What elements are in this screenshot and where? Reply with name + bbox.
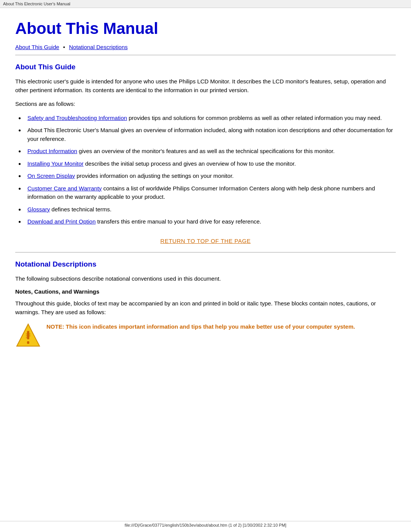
list-link-download[interactable]: Download and Print Option <box>27 218 96 225</box>
nav-link-about-guide[interactable]: About This Guide <box>15 44 59 50</box>
nav-link-notational[interactable]: Notational Descriptions <box>69 44 127 50</box>
section-divider-2 <box>15 252 396 252</box>
section1-intro2: Sections are as follows: <box>15 100 396 109</box>
list-item: On Screen Display provides information o… <box>26 172 396 181</box>
svg-rect-2 <box>27 341 29 344</box>
note-text: NOTE: This icon indicates important info… <box>46 323 355 331</box>
footer-bar: file:///D|/Grace/03771/english/150b3ev/a… <box>0 521 411 529</box>
browser-title-bar: About This Electronic User's Manual <box>0 0 411 8</box>
nav-separator: • <box>63 44 65 50</box>
section-notational: Notational Descriptions The following su… <box>15 260 396 349</box>
section1-list: Safety and Troubleshooting Information p… <box>26 114 396 226</box>
list-item: Glossary defines technical terms. <box>26 205 396 214</box>
section2-heading: Notational Descriptions <box>15 260 396 268</box>
note-icon <box>15 323 41 348</box>
footer-path: file:///D|/Grace/03771/english/150b3ev/a… <box>125 523 287 527</box>
nav-links: About This Guide • Notational Descriptio… <box>15 44 396 50</box>
list-item: Download and Print Option transfers this… <box>26 217 396 226</box>
section2-sub-heading: Notes, Cautions, and Warnings <box>15 288 396 295</box>
section2-intro: The following subsections describe notat… <box>15 275 396 283</box>
list-item: Installing Your Monitor describes the in… <box>26 160 396 168</box>
section-divider-1 <box>15 55 396 55</box>
list-link-osd[interactable]: On Screen Display <box>27 173 75 179</box>
section-about-guide: About This Guide This electronic user's … <box>15 63 396 244</box>
browser-title-text: About This Electronic User's Manual <box>3 2 70 6</box>
page-title: About This Manual <box>15 19 396 38</box>
list-link-glossary[interactable]: Glossary <box>27 206 50 212</box>
list-item: Product Information gives an overview of… <box>26 147 396 156</box>
page-content: About This Manual About This Guide • Not… <box>0 8 411 371</box>
return-to-top: RETURN TO TOP OF THE PAGE <box>15 238 396 244</box>
return-to-top-link[interactable]: RETURN TO TOP OF THE PAGE <box>160 238 250 244</box>
list-item: About This Electronic User's Manual give… <box>26 126 396 143</box>
section1-intro1: This electronic user's guide is intended… <box>15 77 396 94</box>
list-link-customer-care[interactable]: Customer Care and Warranty <box>27 185 102 192</box>
list-link-installing[interactable]: Installing Your Monitor <box>27 160 84 167</box>
section2-sub-intro: Throughout this guide, blocks of text ma… <box>15 299 396 316</box>
list-link-product[interactable]: Product Information <box>27 148 77 154</box>
note-block: NOTE: This icon indicates important info… <box>15 323 396 348</box>
list-item: Safety and Troubleshooting Information p… <box>26 114 396 123</box>
list-link-safety[interactable]: Safety and Troubleshooting Information <box>27 115 127 121</box>
list-item: Customer Care and Warranty contains a li… <box>26 184 396 201</box>
section1-heading: About This Guide <box>15 63 396 71</box>
